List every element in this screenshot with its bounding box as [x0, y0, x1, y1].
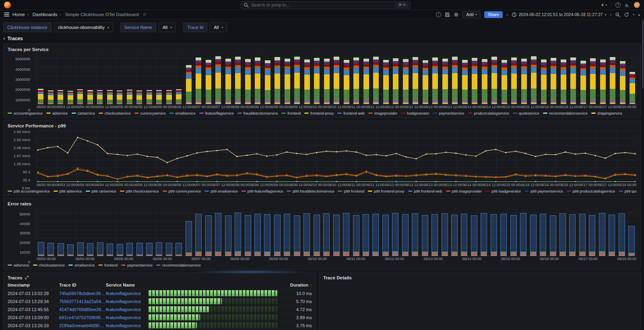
legend-item[interactable]: frontend-web	[337, 111, 365, 115]
error-bar[interactable]	[579, 214, 586, 256]
breadcrumb-home[interactable]: Home	[12, 12, 25, 17]
search-input[interactable]	[251, 2, 394, 7]
data-point[interactable]	[256, 181, 257, 182]
stacked-bar[interactable]	[551, 58, 556, 104]
stacked-bar[interactable]	[68, 90, 73, 104]
data-point[interactable]	[157, 157, 158, 158]
stacked-bar[interactable]	[206, 60, 211, 104]
stacked-bar[interactable]	[561, 59, 566, 104]
data-point[interactable]	[246, 172, 248, 173]
error-bar[interactable]	[491, 214, 497, 256]
stacked-bar[interactable]	[482, 59, 487, 104]
error-bar[interactable]	[559, 213, 566, 256]
data-point[interactable]	[376, 154, 377, 155]
data-point[interactable]	[217, 181, 218, 182]
stacked-bar[interactable]	[383, 59, 389, 104]
data-point[interactable]	[226, 174, 227, 176]
legend-item[interactable]: p99 frauddetectionservice	[287, 189, 334, 193]
clickhouse-instance-select[interactable]: clickhouse-observability▾	[54, 23, 113, 32]
stacked-bar[interactable]	[245, 59, 251, 104]
legend-item[interactable]: quoteservice	[513, 111, 539, 115]
service-name-select[interactable]: All▾	[159, 23, 176, 32]
data-point[interactable]	[37, 171, 38, 172]
stacked-bar[interactable]	[620, 61, 625, 104]
col-duration[interactable]: Duration↓	[281, 283, 312, 287]
legend-item[interactable]: loadgenerator	[401, 111, 429, 115]
stacked-bar[interactable]	[600, 59, 606, 104]
data-point[interactable]	[465, 154, 466, 156]
expand-icon[interactable]	[25, 275, 29, 280]
error-bar[interactable]	[481, 213, 487, 256]
stacked-bar[interactable]	[255, 57, 260, 104]
error-bar[interactable]	[136, 243, 143, 256]
data-point[interactable]	[47, 147, 48, 148]
legend-item[interactable]: featureflagservice	[199, 111, 234, 115]
data-point[interactable]	[286, 174, 287, 175]
data-point[interactable]	[77, 169, 78, 170]
data-point[interactable]	[127, 176, 128, 177]
error-bar[interactable]	[363, 214, 369, 256]
error-bar[interactable]	[175, 243, 182, 256]
data-point[interactable]	[425, 173, 427, 174]
error-bar[interactable]	[343, 213, 349, 256]
cell-service-link[interactable]: featureflagservice	[106, 307, 149, 312]
data-point[interactable]	[316, 174, 317, 175]
error-bar[interactable]	[372, 214, 379, 256]
menu-icon[interactable]	[4, 12, 9, 16]
data-point[interactable]	[306, 154, 307, 155]
stacked-bar[interactable]	[580, 61, 586, 104]
stacked-bar[interactable]	[393, 58, 398, 105]
data-point[interactable]	[296, 153, 297, 154]
data-point[interactable]	[615, 174, 616, 175]
data-point[interactable]	[276, 154, 277, 156]
data-point[interactable]	[356, 152, 357, 153]
sort-desc-icon[interactable]: ↓	[310, 283, 312, 287]
legend-item[interactable]: cartservice	[72, 111, 95, 115]
data-point[interactable]	[117, 181, 118, 182]
stacked-bar[interactable]	[423, 60, 428, 104]
data-point[interactable]	[366, 170, 367, 172]
zoom-out-icon[interactable]	[615, 12, 620, 17]
error-bar[interactable]	[382, 215, 389, 256]
data-point[interactable]	[436, 181, 437, 182]
save-icon[interactable]	[445, 12, 450, 17]
legend-item[interactable]: currencyservice	[134, 111, 166, 115]
data-point[interactable]	[346, 150, 347, 152]
stacked-bar[interactable]	[87, 90, 93, 104]
error-bar[interactable]	[254, 214, 261, 256]
legend-item[interactable]: p99 currencyservice	[163, 189, 201, 193]
legend-item[interactable]: emailservice	[68, 263, 95, 267]
data-point[interactable]	[555, 175, 556, 176]
stacked-bar[interactable]	[97, 90, 103, 104]
favorite-star-icon[interactable]: ☆	[142, 12, 147, 17]
time-shift-forward-icon[interactable]: ›	[610, 12, 612, 17]
data-point[interactable]	[405, 175, 407, 176]
stacked-bar[interactable]	[521, 59, 527, 104]
data-point[interactable]	[505, 176, 506, 177]
data-point[interactable]	[326, 175, 327, 176]
stacked-bar[interactable]	[156, 90, 162, 104]
legend-item[interactable]: p99 paymentservice	[524, 189, 563, 193]
stacked-bar[interactable]	[215, 56, 221, 104]
cell-service-link[interactable]: featureflagservice	[106, 323, 149, 328]
data-point[interactable]	[475, 181, 477, 182]
data-point[interactable]	[246, 155, 248, 156]
data-point[interactable]	[555, 181, 556, 182]
col-service-name[interactable]: Service Name	[106, 283, 149, 287]
data-point[interactable]	[615, 153, 616, 154]
legend-item[interactable]: emailservice	[169, 111, 196, 115]
data-point[interactable]	[575, 175, 576, 176]
gear-icon[interactable]	[454, 12, 459, 17]
legend-item[interactable]: p99 checkoutservice	[120, 189, 159, 193]
refresh-interval-dropdown[interactable]: ▾	[633, 13, 634, 16]
data-point[interactable]	[634, 181, 636, 182]
legend-item[interactable]: checkoutservice	[99, 111, 131, 115]
news-icon[interactable]	[625, 2, 630, 8]
data-point[interactable]	[147, 156, 148, 157]
data-point[interactable]	[236, 156, 237, 157]
error-bar[interactable]	[540, 214, 546, 256]
data-point[interactable]	[515, 150, 516, 152]
data-point[interactable]	[346, 173, 347, 174]
data-point[interactable]	[206, 151, 208, 152]
data-point[interactable]	[196, 181, 198, 182]
